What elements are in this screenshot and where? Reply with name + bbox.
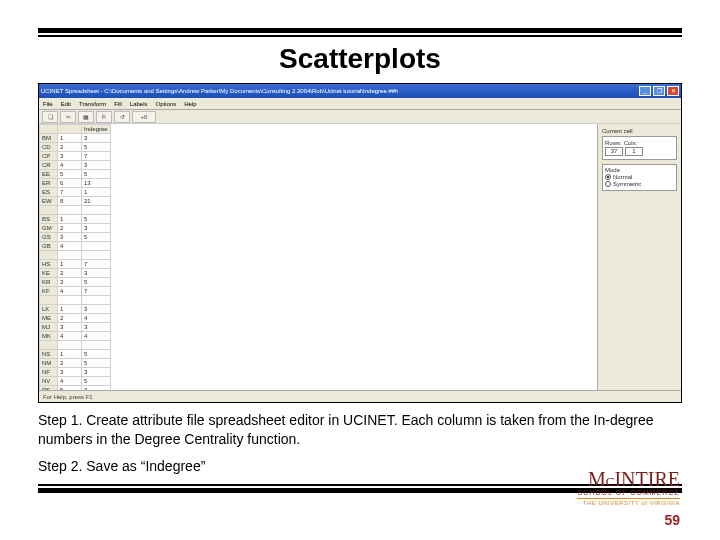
rows-input[interactable]: 37 xyxy=(605,147,623,156)
cell[interactable]: 13 xyxy=(82,179,111,188)
cell[interactable]: 5 xyxy=(82,377,111,386)
cell[interactable]: 1 xyxy=(58,350,82,359)
menu-options[interactable]: Options xyxy=(156,98,177,109)
cell[interactable]: 6 xyxy=(58,179,82,188)
cell[interactable]: 3 xyxy=(58,152,82,161)
cell[interactable]: 5 xyxy=(82,215,111,224)
table-row: MK44 xyxy=(40,332,111,341)
col-header: Indegree xyxy=(82,125,111,134)
cell[interactable]: 3 xyxy=(82,323,111,332)
cell[interactable] xyxy=(58,341,82,350)
cell[interactable]: 5 xyxy=(82,170,111,179)
cols-label: Cols: xyxy=(624,140,638,146)
cell[interactable]: 3 xyxy=(58,278,82,287)
cell[interactable]: 4 xyxy=(82,314,111,323)
cell[interactable] xyxy=(82,341,111,350)
cols-input[interactable]: 1 xyxy=(625,147,643,156)
ucinet-screenshot: UCINET Spreadsheet - C:\Documents and Se… xyxy=(38,83,682,403)
cell[interactable]: 5 xyxy=(82,143,111,152)
cell[interactable]: 4 xyxy=(58,332,82,341)
cell[interactable]: 4 xyxy=(58,287,82,296)
cell[interactable]: 5 xyxy=(82,350,111,359)
logo-sub2: THE UNIVERSITY of VIRGINIA xyxy=(577,498,680,506)
cell[interactable]: 3 xyxy=(58,233,82,242)
radio-symmetric[interactable] xyxy=(605,181,611,187)
cell[interactable]: 2 xyxy=(58,269,82,278)
cell[interactable]: 5 xyxy=(82,278,111,287)
toolbar-btn-2[interactable]: ✂ xyxy=(60,111,76,123)
cell[interactable]: 21 xyxy=(82,197,111,206)
cell[interactable] xyxy=(82,206,111,215)
cell[interactable]: 3 xyxy=(82,368,111,377)
menu-edit[interactable]: Edit xyxy=(61,98,71,109)
toolbar-btn-1[interactable]: ❏ xyxy=(42,111,58,123)
cell[interactable]: 1 xyxy=(82,188,111,197)
menu-fill[interactable]: Fill xyxy=(114,98,122,109)
cell[interactable]: 1 xyxy=(58,215,82,224)
row-header: KR xyxy=(40,278,58,287)
row-header: ER xyxy=(40,179,58,188)
page-number: 59 xyxy=(664,512,680,528)
cell[interactable]: 3 xyxy=(82,161,111,170)
caption-step1: Step 1. Create attribute file spreadshee… xyxy=(38,411,682,449)
cell[interactable] xyxy=(82,242,111,251)
cell[interactable]: 1 xyxy=(58,260,82,269)
table-row: CP37 xyxy=(40,152,111,161)
table-row: EW821 xyxy=(40,197,111,206)
menu-file[interactable]: File xyxy=(43,98,53,109)
cell[interactable]: 3 xyxy=(58,368,82,377)
menu-transform[interactable]: Transform xyxy=(79,98,106,109)
cell[interactable]: 2 xyxy=(58,143,82,152)
cell[interactable]: 1 xyxy=(58,305,82,314)
toolbar-btn-6[interactable]: +0 xyxy=(132,111,156,123)
cell[interactable] xyxy=(58,206,82,215)
cell[interactable]: 7 xyxy=(58,188,82,197)
maximize-button[interactable]: ❐ xyxy=(653,86,665,96)
cell[interactable] xyxy=(82,251,111,260)
minimize-button[interactable]: _ xyxy=(639,86,651,96)
table-row xyxy=(40,251,111,260)
statusbar: For Help, press F1 xyxy=(39,390,681,402)
cell[interactable]: 4 xyxy=(58,161,82,170)
row-header: NV xyxy=(40,377,58,386)
close-button[interactable]: ✕ xyxy=(667,86,679,96)
cell[interactable]: 7 xyxy=(82,260,111,269)
cell[interactable]: 2 xyxy=(58,224,82,233)
cell[interactable]: 1 xyxy=(58,134,82,143)
cell[interactable] xyxy=(82,296,111,305)
table-row: LK13 xyxy=(40,305,111,314)
table-row: GB4 xyxy=(40,242,111,251)
logo-post: INTIRE xyxy=(614,468,680,490)
cell[interactable]: 4 xyxy=(58,377,82,386)
spreadsheet-grid[interactable]: Indegree BM13CD25CP37CR43EE55ER613ES71EW… xyxy=(39,124,597,390)
cell[interactable] xyxy=(58,296,82,305)
cell[interactable]: 5 xyxy=(82,233,111,242)
cell[interactable]: 4 xyxy=(82,332,111,341)
cell[interactable]: 3 xyxy=(82,224,111,233)
menu-labels[interactable]: Labels xyxy=(130,98,148,109)
cell[interactable]: 5 xyxy=(58,170,82,179)
cell[interactable]: 7 xyxy=(82,152,111,161)
cell[interactable]: 3 xyxy=(82,134,111,143)
toolbar-btn-5[interactable]: ↺ xyxy=(114,111,130,123)
table-row: KR35 xyxy=(40,278,111,287)
rows-label: Rows: xyxy=(605,140,622,146)
toolbar-btn-3[interactable]: ▦ xyxy=(78,111,94,123)
cell[interactable]: 8 xyxy=(58,197,82,206)
cell[interactable]: 5 xyxy=(82,359,111,368)
cell[interactable]: 3 xyxy=(82,269,111,278)
toolbar-btn-4[interactable]: ⎘ xyxy=(96,111,112,123)
cell[interactable]: 7 xyxy=(82,287,111,296)
cell[interactable]: 3 xyxy=(82,305,111,314)
table-row: ME24 xyxy=(40,314,111,323)
cell[interactable]: 4 xyxy=(58,242,82,251)
row-header: MK xyxy=(40,332,58,341)
cell[interactable]: 2 xyxy=(58,359,82,368)
cell[interactable] xyxy=(58,251,82,260)
cell[interactable]: 2 xyxy=(58,314,82,323)
cell[interactable]: 3 xyxy=(58,323,82,332)
table-row: MJ33 xyxy=(40,323,111,332)
radio-normal[interactable] xyxy=(605,174,611,180)
current-cell-label: Current cell xyxy=(602,128,677,134)
menu-help[interactable]: Help xyxy=(184,98,196,109)
